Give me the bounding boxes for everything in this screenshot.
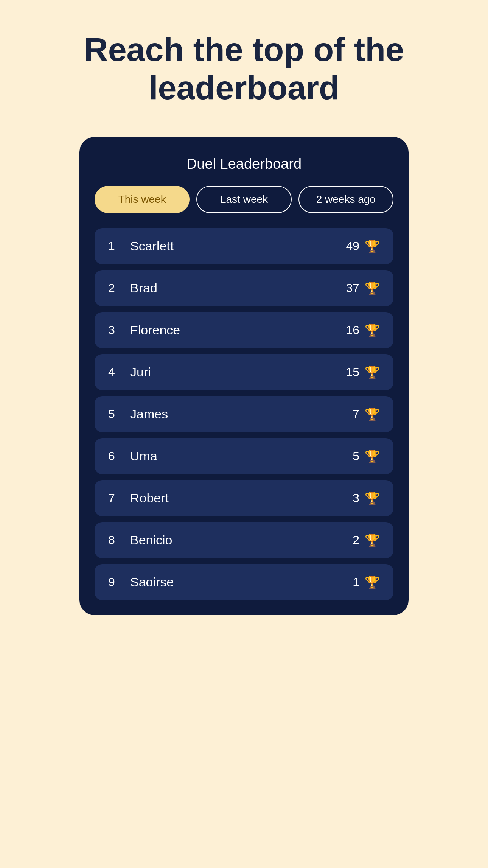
player-name: Brad xyxy=(130,281,157,296)
row-left: 9 Saoirse xyxy=(108,575,174,590)
player-name: James xyxy=(130,407,168,422)
row-right: 7 🏆 xyxy=(353,407,380,422)
table-row: 8 Benicio 2 🏆 xyxy=(95,522,393,558)
row-right: 3 🏆 xyxy=(353,491,380,506)
score: 3 xyxy=(353,491,359,505)
leaderboard-card: Duel Leaderboard This week Last week 2 w… xyxy=(79,137,409,615)
player-name: Scarlett xyxy=(130,239,174,254)
rank: 5 xyxy=(108,407,120,421)
table-row: 1 Scarlett 49 🏆 xyxy=(95,228,393,264)
trophy-icon: 🏆 xyxy=(365,323,380,338)
player-name: Saoirse xyxy=(130,575,174,590)
score: 15 xyxy=(346,365,359,379)
player-name: Uma xyxy=(130,449,157,464)
row-left: 2 Brad xyxy=(108,281,157,296)
score: 5 xyxy=(353,449,359,463)
player-name: Robert xyxy=(130,491,169,506)
row-left: 3 Florence xyxy=(108,323,180,338)
rank: 2 xyxy=(108,281,120,295)
table-row: 3 Florence 16 🏆 xyxy=(95,312,393,348)
tab-bar: This week Last week 2 weeks ago xyxy=(95,186,393,213)
tab-two-weeks-ago[interactable]: 2 weeks ago xyxy=(298,186,393,213)
row-left: 7 Robert xyxy=(108,491,169,506)
tab-last-week[interactable]: Last week xyxy=(196,186,291,213)
row-left: 8 Benicio xyxy=(108,533,173,548)
table-row: 9 Saoirse 1 🏆 xyxy=(95,564,393,600)
row-left: 5 James xyxy=(108,407,168,422)
rank: 7 xyxy=(108,491,120,505)
trophy-icon: 🏆 xyxy=(365,533,380,548)
table-row: 2 Brad 37 🏆 xyxy=(95,270,393,306)
table-row: 6 Uma 5 🏆 xyxy=(95,438,393,474)
row-right: 5 🏆 xyxy=(353,449,380,464)
row-right: 1 🏆 xyxy=(353,575,380,590)
score: 16 xyxy=(346,323,359,337)
rank: 3 xyxy=(108,323,120,337)
row-left: 1 Scarlett xyxy=(108,239,174,254)
row-right: 16 🏆 xyxy=(346,323,380,338)
trophy-icon: 🏆 xyxy=(365,575,380,590)
trophy-icon: 🏆 xyxy=(365,365,380,380)
score: 7 xyxy=(353,407,359,421)
rank: 8 xyxy=(108,533,120,547)
leaderboard-list: 1 Scarlett 49 🏆 2 Brad 37 🏆 3 Florence xyxy=(95,228,393,600)
player-name: Florence xyxy=(130,323,180,338)
table-row: 4 Juri 15 🏆 xyxy=(95,354,393,390)
score: 49 xyxy=(346,239,359,253)
trophy-icon: 🏆 xyxy=(365,239,380,254)
rank: 4 xyxy=(108,365,120,379)
rank: 1 xyxy=(108,239,120,253)
rank: 9 xyxy=(108,575,120,589)
row-right: 49 🏆 xyxy=(346,239,380,254)
card-title: Duel Leaderboard xyxy=(95,156,393,172)
table-row: 7 Robert 3 🏆 xyxy=(95,480,393,516)
row-right: 2 🏆 xyxy=(353,533,380,548)
player-name: Juri xyxy=(130,365,151,380)
trophy-icon: 🏆 xyxy=(365,491,380,506)
rank: 6 xyxy=(108,449,120,463)
tab-this-week[interactable]: This week xyxy=(95,186,190,213)
trophy-icon: 🏆 xyxy=(365,407,380,422)
score: 37 xyxy=(346,281,359,295)
page-title: Reach the top of the leaderboard xyxy=(84,30,404,107)
score: 1 xyxy=(353,575,359,589)
player-name: Benicio xyxy=(130,533,173,548)
trophy-icon: 🏆 xyxy=(365,281,380,296)
table-row: 5 James 7 🏆 xyxy=(95,396,393,432)
row-right: 37 🏆 xyxy=(346,281,380,296)
row-left: 6 Uma xyxy=(108,449,157,464)
row-left: 4 Juri xyxy=(108,365,151,380)
trophy-icon: 🏆 xyxy=(365,449,380,464)
score: 2 xyxy=(353,533,359,547)
row-right: 15 🏆 xyxy=(346,365,380,380)
